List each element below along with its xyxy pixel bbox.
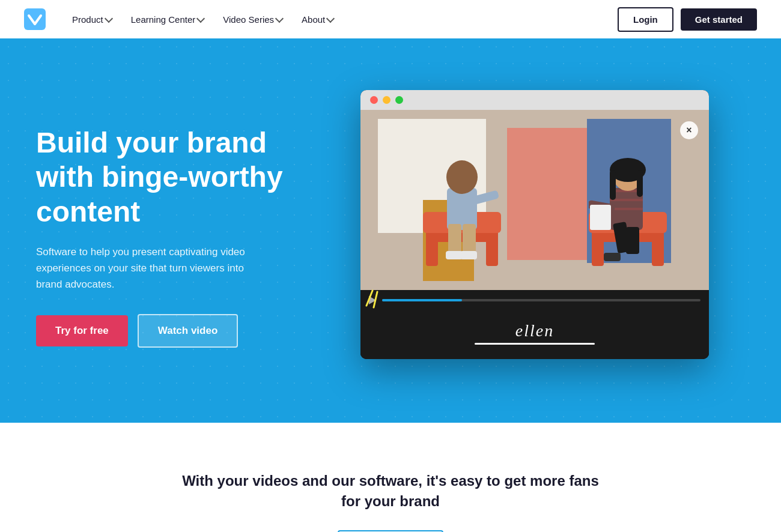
svg-rect-0: [24, 8, 46, 30]
progress-fill: [382, 299, 462, 301]
svg-rect-24: [626, 227, 639, 254]
svg-rect-10: [463, 224, 476, 254]
nav-links: Product Learning Center Video Series Abo…: [64, 10, 618, 29]
nav-item-about[interactable]: About: [293, 10, 342, 29]
browser-bar: [360, 90, 709, 110]
hero-title: Build your brand with binge-worthy conte…: [36, 125, 324, 229]
video-controls[interactable]: [360, 290, 709, 310]
try-for-free-button[interactable]: Try for free: [36, 315, 128, 346]
close-button[interactable]: ×: [680, 121, 698, 139]
video-thumbnail[interactable]: [360, 110, 709, 290]
browser-content: ellen: [360, 110, 709, 359]
logo[interactable]: [24, 8, 46, 30]
svg-rect-31: [590, 205, 611, 230]
svg-rect-11: [446, 251, 463, 259]
svg-rect-28: [610, 170, 616, 200]
show-logo: ellen: [375, 321, 694, 340]
play-icon[interactable]: [369, 296, 376, 304]
hero-buttons: Try for free Watch video: [36, 314, 324, 348]
browser-mockup: ×: [360, 90, 709, 359]
show-underline: [475, 343, 595, 345]
hero-visual: ×: [324, 90, 745, 359]
bottom-title: With your videos and our software, it's …: [180, 471, 601, 511]
login-button[interactable]: Login: [618, 7, 673, 32]
svg-rect-8: [447, 188, 477, 230]
chevron-down-icon: [275, 14, 284, 22]
nav-item-product[interactable]: Product: [64, 10, 120, 29]
hero-section: Build your brand with binge-worthy conte…: [0, 38, 781, 423]
chevron-down-icon: [326, 14, 335, 22]
svg-rect-12: [460, 251, 477, 259]
browser-dot-green: [395, 96, 403, 104]
get-started-button[interactable]: Get started: [681, 8, 757, 31]
svg-rect-29: [637, 170, 643, 197]
show-branding: ellen: [360, 310, 709, 359]
navbar: Product Learning Center Video Series Abo…: [0, 0, 781, 38]
browser-dot-yellow: [383, 96, 390, 104]
nav-actions: Login Get started: [618, 7, 757, 32]
chevron-down-icon: [105, 14, 113, 22]
hero-subtitle: Software to help you present captivating…: [36, 244, 264, 293]
bottom-section: With your videos and our software, it's …: [0, 423, 781, 532]
svg-rect-25: [604, 253, 621, 261]
browser-dot-red: [370, 96, 378, 104]
svg-point-13: [446, 160, 478, 194]
hero-content: Build your brand with binge-worthy conte…: [36, 101, 324, 348]
nav-item-learning-center[interactable]: Learning Center: [123, 10, 213, 29]
svg-rect-9: [448, 224, 461, 254]
watch-video-button[interactable]: Watch video: [138, 314, 239, 348]
nav-item-video-series[interactable]: Video Series: [214, 10, 291, 29]
chevron-down-icon: [196, 14, 205, 22]
progress-bar[interactable]: [382, 299, 700, 301]
